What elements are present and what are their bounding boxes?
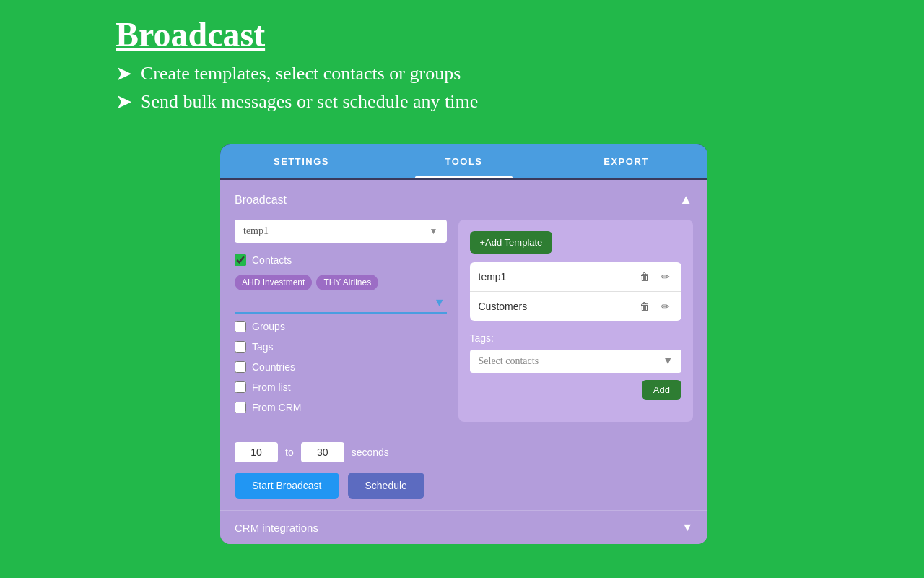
timing-from-input[interactable] bbox=[235, 442, 278, 462]
tab-tools[interactable]: TOOLS bbox=[383, 144, 545, 178]
template-edit-2[interactable]: ✏ bbox=[658, 299, 673, 314]
template-delete-2[interactable]: 🗑 bbox=[637, 299, 653, 314]
template-item-2: Customers 🗑 ✏ bbox=[470, 292, 682, 321]
bottom-section: to seconds Start Broadcast Schedule bbox=[220, 434, 707, 510]
template-list: temp1 🗑 ✏ Customers 🗑 ✏ bbox=[470, 262, 682, 321]
from-list-row: From list bbox=[235, 381, 447, 393]
tags-checkbox-label: Tags bbox=[252, 341, 274, 353]
timing-seconds-label: seconds bbox=[352, 447, 389, 458]
from-list-checkbox[interactable] bbox=[235, 381, 246, 393]
from-list-label: From list bbox=[252, 381, 291, 393]
contacts-dropdown-arrow-icon: ▼ bbox=[434, 296, 445, 309]
template-item-1: temp1 🗑 ✏ bbox=[470, 262, 682, 292]
broadcast-section: Broadcast ▲ temp1 ▼ Contacts bbox=[220, 180, 707, 434]
groups-label: Groups bbox=[252, 321, 285, 332]
crm-expand-icon[interactable]: ▼ bbox=[681, 521, 693, 534]
arrow-icon-1: ➤ bbox=[116, 61, 132, 85]
add-button[interactable]: Add bbox=[642, 380, 681, 400]
contacts-dropdown[interactable]: ▼ bbox=[235, 293, 447, 314]
timing-to-label: to bbox=[285, 447, 294, 458]
template-dropdown[interactable]: temp1 ▼ bbox=[235, 220, 447, 243]
section-header: Broadcast ▲ bbox=[235, 191, 693, 208]
groups-row: Groups bbox=[235, 321, 447, 332]
broadcast-content: temp1 ▼ Contacts AHD Investment THY Airl… bbox=[235, 220, 693, 422]
select-contacts-dropdown[interactable]: Select contacts ▼ bbox=[470, 350, 682, 373]
feature-item-2: ➤ Send bulk messages or set schedule any… bbox=[116, 90, 924, 113]
main-card: SETTINGS TOOLS EXPORT Broadcast ▲ temp1 bbox=[220, 144, 707, 544]
tag-ahd: AHD Investment bbox=[235, 275, 312, 290]
tab-export-label: EXPORT bbox=[603, 156, 648, 167]
countries-checkbox[interactable] bbox=[235, 361, 246, 373]
action-buttons: Start Broadcast Schedule bbox=[235, 473, 693, 499]
card-body: Broadcast ▲ temp1 ▼ Contacts bbox=[220, 180, 707, 544]
tags-label-text: Tags: bbox=[470, 332, 682, 344]
from-crm-row: From CRM bbox=[235, 402, 447, 413]
from-crm-label: From CRM bbox=[252, 402, 301, 413]
select-contacts-arrow-icon: ▼ bbox=[663, 355, 673, 367]
template-delete-1[interactable]: 🗑 bbox=[637, 269, 653, 284]
add-template-button[interactable]: +Add Template bbox=[470, 231, 553, 254]
contacts-checkbox[interactable] bbox=[235, 254, 246, 266]
tab-settings-label: SETTINGS bbox=[274, 156, 329, 167]
arrow-icon-2: ➤ bbox=[116, 90, 132, 113]
right-panel: +Add Template temp1 🗑 ✏ Customers bbox=[458, 220, 694, 422]
template-name-2: Customers bbox=[479, 301, 528, 312]
timing-to-input[interactable] bbox=[301, 442, 344, 462]
schedule-button[interactable]: Schedule bbox=[348, 473, 424, 499]
template-dropdown-value: temp1 bbox=[243, 225, 269, 237]
feature-text-2: Send bulk messages or set schedule any t… bbox=[141, 91, 478, 113]
crm-header: CRM integrations ▼ bbox=[235, 521, 693, 534]
contacts-row: Contacts bbox=[235, 254, 447, 266]
template-actions-2: 🗑 ✏ bbox=[637, 299, 673, 314]
feature-text-1: Create templates, select contacts or gro… bbox=[141, 63, 461, 85]
from-crm-checkbox[interactable] bbox=[235, 402, 246, 413]
dropdown-arrow-icon: ▼ bbox=[430, 226, 438, 237]
header-section: Broadcast ➤ Create templates, select con… bbox=[0, 0, 924, 132]
page-title: Broadcast bbox=[116, 14, 924, 54]
crm-section: CRM integrations ▼ bbox=[220, 510, 707, 544]
tag-thy: THY Airlines bbox=[316, 275, 378, 290]
countries-label: Countries bbox=[252, 361, 295, 373]
template-name-1: temp1 bbox=[479, 271, 507, 282]
tabs-bar: SETTINGS TOOLS EXPORT bbox=[220, 144, 707, 178]
timing-row: to seconds bbox=[235, 442, 693, 462]
countries-row: Countries bbox=[235, 361, 447, 373]
template-edit-1[interactable]: ✏ bbox=[658, 269, 673, 284]
tab-tools-label: TOOLS bbox=[445, 156, 482, 167]
groups-checkbox[interactable] bbox=[235, 321, 246, 332]
tags-checkbox[interactable] bbox=[235, 341, 246, 353]
collapse-button[interactable]: ▲ bbox=[679, 191, 693, 208]
template-actions-1: 🗑 ✏ bbox=[637, 269, 673, 284]
select-contacts-placeholder: Select contacts bbox=[479, 355, 539, 367]
broadcast-section-title: Broadcast bbox=[235, 194, 287, 207]
start-broadcast-button[interactable]: Start Broadcast bbox=[235, 473, 339, 499]
crm-title: CRM integrations bbox=[235, 522, 318, 534]
contacts-label: Contacts bbox=[252, 254, 292, 266]
tab-settings[interactable]: SETTINGS bbox=[220, 144, 383, 178]
feature-item-1: ➤ Create templates, select contacts or g… bbox=[116, 61, 924, 85]
feature-list: ➤ Create templates, select contacts or g… bbox=[116, 61, 924, 113]
left-panel: temp1 ▼ Contacts AHD Investment THY Airl… bbox=[235, 220, 447, 422]
tab-export[interactable]: EXPORT bbox=[545, 144, 707, 178]
tags-row-check: Tags bbox=[235, 341, 447, 353]
tags-row: AHD Investment THY Airlines bbox=[235, 275, 447, 290]
